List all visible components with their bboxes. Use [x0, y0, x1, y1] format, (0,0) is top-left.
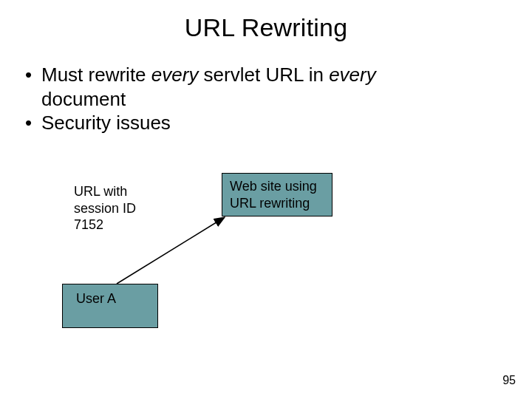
svg-line-1 [117, 217, 225, 284]
arrow-line [0, 0, 532, 399]
page-number: 95 [502, 374, 516, 387]
